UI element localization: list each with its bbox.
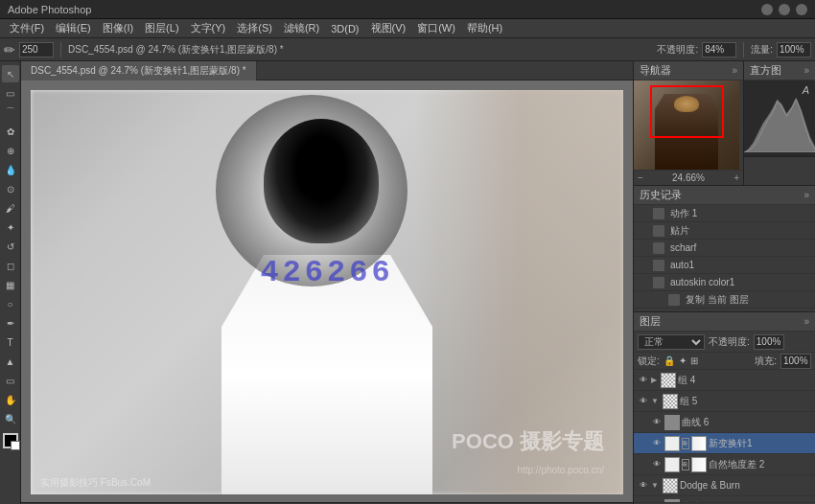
history-item[interactable]: 贴片 [634, 222, 815, 240]
menu-item-image[interactable]: 图像(I) [97, 21, 139, 35]
window-controls [761, 4, 807, 15]
zoom-tool[interactable]: 🔍 [2, 410, 19, 427]
crop-tool[interactable]: ⊕ [2, 142, 19, 159]
gradient-tool[interactable]: ▦ [2, 276, 19, 293]
shape-tool[interactable]: ▭ [2, 372, 19, 389]
history-item[interactable]: 复制 当前 图层 [634, 291, 815, 309]
history-expand-icon[interactable]: » [803, 190, 809, 200]
layers-header: 图层 » [634, 312, 815, 332]
lock-all-btn[interactable]: ⊞ [690, 355, 698, 366]
history-brush-tool[interactable]: ↺ [2, 238, 19, 255]
brush-size-input[interactable] [19, 42, 54, 57]
lasso-tool[interactable]: ⌒ [2, 103, 19, 121]
blend-mode-select[interactable]: 正常 [638, 334, 705, 350]
pen-tool[interactable]: ✒ [2, 314, 19, 332]
layer-row[interactable]: 👁▼Dodge & Burn [634, 475, 815, 496]
fill-label: 填充: [755, 355, 777, 368]
close-btn[interactable] [796, 4, 807, 15]
maximize-btn[interactable] [779, 4, 790, 15]
layer-name: 组 4 [678, 374, 811, 387]
menu-item-select[interactable]: 选择(S) [231, 21, 278, 35]
menu-item-file[interactable]: 文件(F) [4, 21, 50, 35]
histogram-panel: 直方图 » A [744, 61, 815, 157]
menu-item-help[interactable]: 帮助(H) [461, 21, 508, 35]
layer-visibility-icon[interactable]: 👁 [638, 396, 649, 407]
menu-item-type[interactable]: 文字(Y) [185, 21, 232, 35]
menu-item-edit[interactable]: 编辑(E) [50, 21, 97, 35]
layer-row[interactable]: 👁⛓自然地度差 2 [634, 454, 815, 475]
layer-visibility-icon[interactable]: 👁 [651, 459, 663, 470]
layer-row[interactable]: 👁▶组 4 [634, 370, 815, 391]
double-arrow-icon[interactable]: » [732, 65, 737, 76]
title-bar: Adobe Photoshop [0, 0, 815, 19]
layer-row[interactable]: 👁⛓新变换针1 [634, 433, 815, 454]
navigator-content [634, 80, 743, 170]
menu-item-view[interactable]: 视图(V) [365, 21, 412, 35]
layers-toolbar: 正常 不透明度: [634, 332, 815, 353]
fill-input[interactable] [780, 354, 811, 369]
text-tool[interactable]: T [2, 333, 19, 351]
layer-row[interactable]: 👁▼组 5 [634, 391, 815, 412]
quick-select-tool[interactable]: ✿ [2, 123, 19, 140]
layer-opacity-input[interactable] [754, 334, 784, 350]
chain-icon: ⛓ [682, 438, 689, 449]
layer-visibility-icon[interactable]: 👁 [651, 417, 663, 428]
canvas-content[interactable]: 426266 POCO 摄影专题 http://photo.poco.cn/ 实… [21, 80, 633, 504]
layers-expand-icon[interactable]: » [803, 316, 809, 327]
histogram-a-label: A [803, 84, 809, 96]
layer-thumbnail [664, 457, 680, 472]
layer-name: 自然地度差 2 [709, 458, 811, 471]
menu-item-window[interactable]: 窗口(W) [411, 21, 461, 35]
eyedropper-tool[interactable]: 💧 [2, 161, 19, 178]
svg-marker-0 [744, 98, 815, 152]
navigator-zoom-value: 24.66% [647, 172, 730, 183]
path-select-tool[interactable]: ▲ [2, 353, 19, 370]
opacity-label-lyr: 不透明度: [709, 335, 750, 349]
flow-label: 流量: [751, 43, 773, 57]
clone-tool[interactable]: ✦ [2, 218, 19, 236]
histogram-expand-icon[interactable]: » [803, 65, 809, 76]
flow-input[interactable] [777, 42, 811, 57]
layer-row[interactable]: 👁曲线 6 [634, 412, 815, 433]
face-hole [264, 119, 379, 243]
navigator-panel: 导航器 » − [634, 61, 744, 186]
history-list: 动作 1贴片scharfauto1autoskin color1复制 当前 图层… [634, 205, 815, 311]
group-expand-icon[interactable]: ▼ [651, 481, 659, 490]
navigator-preview [634, 80, 739, 170]
toolbar: ✏ DSC_4554.psd @ 24.7% (新变换针1,图层蒙版/8) * … [0, 38, 815, 61]
layer-visibility-icon[interactable]: 👁 [638, 480, 649, 492]
move-tool[interactable]: ↖ [2, 65, 19, 82]
app-title: Adobe Photoshop [8, 4, 91, 15]
opacity-input[interactable] [702, 42, 736, 57]
healing-tool[interactable]: ⊙ [2, 180, 19, 197]
poco-url: http://photo.poco.cn/ [517, 465, 604, 475]
layer-visibility-icon[interactable]: 👁 [651, 438, 663, 449]
chain-icon: ⛓ [682, 459, 689, 470]
history-item[interactable]: 动作 1 [634, 205, 815, 222]
zoom-minus-icon[interactable]: − [638, 172, 643, 183]
menu-item-3d[interactable]: 3D(D) [325, 23, 364, 34]
menu-item-filter[interactable]: 滤镜(R) [278, 21, 325, 35]
history-item[interactable]: autoskin color1 [634, 274, 815, 291]
dodge-tool[interactable]: ○ [2, 295, 19, 312]
canvas-tab-bar: DSC_4554.psd @ 24.7% (新变换针1,图层蒙版/8) * [21, 61, 633, 80]
layers-panel: 图层 » 正常 不透明度: 锁定: 🔒 ✦ ⊞ 填充: [634, 312, 815, 504]
layer-name: 组 5 [680, 395, 811, 408]
zoom-plus-icon[interactable]: + [734, 172, 739, 183]
history-item[interactable]: auto1 [634, 257, 815, 274]
group-expand-icon[interactable]: ▼ [651, 397, 659, 405]
history-item[interactable]: 复制 当前 图层 [634, 309, 815, 311]
eraser-tool[interactable]: ◻ [2, 257, 19, 274]
canvas-tab[interactable]: DSC_4554.psd @ 24.7% (新变换针1,图层蒙版/8) * [21, 61, 257, 80]
hand-tool[interactable]: ✋ [2, 391, 19, 408]
lock-move-btn[interactable]: ✦ [679, 355, 687, 366]
brush-tool[interactable]: 🖌 [2, 199, 19, 217]
lock-pixels-btn[interactable]: 🔒 [664, 355, 675, 366]
group-expand-icon[interactable]: ▶ [651, 376, 657, 384]
minimize-btn[interactable] [761, 4, 773, 15]
history-item[interactable]: scharf [634, 240, 815, 257]
layer-visibility-icon[interactable]: 👁 [638, 375, 649, 386]
menu-item-layer[interactable]: 图层(L) [139, 21, 184, 35]
marquee-tool[interactable]: ▭ [2, 84, 19, 102]
watermark-number: 426266 [260, 254, 393, 289]
